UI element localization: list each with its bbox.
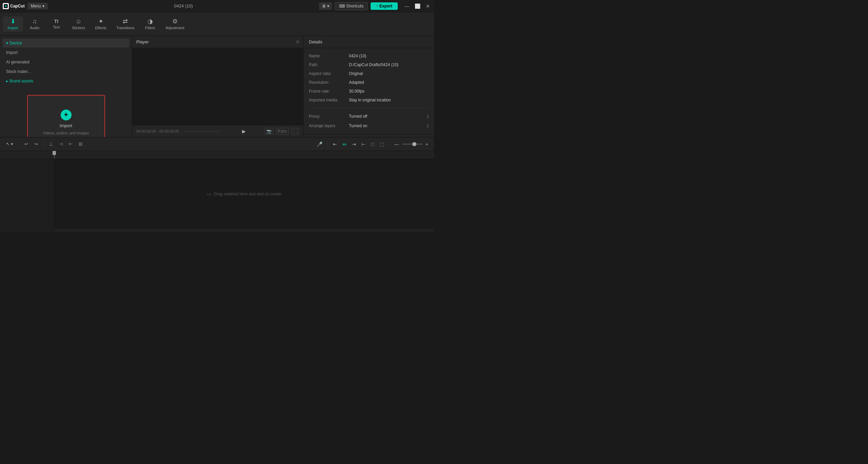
main-toolbar: ⬇ Import ♫ Audio TI Text ☺ Stickers ✦ Ef… (0, 12, 434, 36)
shortcuts-button[interactable]: ⌨ Shortcuts (335, 2, 368, 10)
window-controls: — ⬜ ✕ (403, 3, 431, 9)
player-right-icons: 📷 Ratio ⛶ (265, 128, 299, 135)
toolbar-item-filters[interactable]: ◑ Filters (140, 16, 160, 32)
tl-tool-3[interactable]: ⇥ (350, 140, 358, 148)
tl-tool-6[interactable]: ⬚ (378, 140, 386, 148)
tl-tool-2[interactable]: ⇔ (341, 140, 348, 148)
detail-label-arrange-layers: Arrange layers (309, 123, 346, 128)
minimize-button[interactable]: — (403, 3, 411, 9)
toolbar-item-stickers[interactable]: ☺ Stickers (68, 16, 89, 32)
split-icon: ⊥ (49, 141, 53, 147)
detail-row-resolution: Resolution: Adapted (309, 80, 429, 85)
tl-tool-5[interactable]: □ (369, 140, 375, 148)
media-content: + Import Videos, audios, and images (0, 88, 132, 137)
detail-label-name: Name: (309, 54, 346, 58)
timeline-toolbar: ↖ ▾ ↩ ↪ ⊥ ⊣ ⊢ ⊟ 🎤 ⇤ (0, 137, 434, 151)
delete-icon: ⊟ (79, 141, 82, 147)
close-button[interactable]: ✕ (425, 3, 431, 9)
player-title: Player (136, 39, 149, 44)
media-nav-ai-generated[interactable]: AI generated (3, 58, 129, 66)
toolbar-item-audio[interactable]: ♫ Audio (24, 16, 45, 32)
detail-value-proxy: Turned off (349, 114, 367, 119)
timeline-playhead-handle[interactable] (53, 151, 56, 155)
detail-value-imported-media: Stay in original location (349, 98, 391, 102)
toolbar-label-transitions: Transitions (116, 26, 134, 30)
text-icon: TI (54, 19, 58, 24)
media-nav-device[interactable]: ▾ Device (3, 39, 129, 47)
adjustment-icon: ⚙ (172, 18, 178, 24)
tl-icon-2: ⇔ (342, 141, 347, 147)
toolbar-item-adjustment[interactable]: ⚙ Adjustment (162, 16, 189, 32)
timeline-playhead[interactable] (54, 151, 55, 159)
tl-tool-4[interactable]: ⊢ (360, 140, 367, 148)
details-panel: Details Name: 0424 (10) Path: D:/CapCut … (303, 36, 434, 137)
audio-icon: ♫ (32, 18, 37, 24)
zoom-in-button[interactable]: + (424, 140, 430, 148)
trim-left-icon: ⊣ (59, 141, 63, 147)
export-button[interactable]: ↑ Export (371, 2, 398, 10)
trim-left-tool[interactable]: ⊣ (57, 140, 65, 148)
zoom-out-button[interactable]: — (393, 140, 401, 148)
screenshot-icon[interactable]: 📷 (265, 128, 273, 135)
title-bar: CapCut Menu ▾ 0424 (10) 🖥 ▾ ⌨ Shortcuts … (0, 0, 434, 12)
import-dropzone[interactable]: + Import Videos, audios, and images (27, 95, 105, 137)
player-progress-bar[interactable] (184, 131, 220, 132)
detail-label-path: Path: (309, 62, 346, 67)
detail-value-resolution: Adapted (349, 80, 364, 85)
trim-right-tool[interactable]: ⊢ (67, 140, 75, 148)
detail-row-aspect: Aspect ratio: Original (309, 71, 429, 76)
drag-hint-icon: ▭ (207, 191, 211, 197)
media-nav-brand-assets[interactable]: ▸ Brand assets (3, 77, 129, 85)
drag-hint: ▭ Drag material here and start to create (207, 191, 281, 197)
detail-value-arrange-layers: Turned on (349, 123, 367, 128)
undo-button[interactable]: ↩ (22, 140, 30, 148)
timeline-ruler[interactable] (54, 151, 434, 159)
fullscreen-icon[interactable]: ⛶ (292, 128, 299, 135)
zoom-handle[interactable] (412, 142, 416, 146)
toolbar-label-text: Text (53, 25, 60, 29)
toolbar-item-transitions[interactable]: ⇄ Transitions (112, 16, 138, 32)
split-tool[interactable]: ⊥ (47, 140, 55, 148)
undo-icon: ↩ (24, 141, 28, 147)
select-icon: ↖ (6, 141, 10, 147)
filters-icon: ◑ (147, 18, 153, 24)
toolbar-item-effects[interactable]: ✦ Effects (91, 16, 111, 32)
details-title: Details (309, 39, 322, 44)
toolbar-label-filters: Filters (145, 26, 155, 30)
delete-tool[interactable]: ⊟ (77, 140, 84, 148)
media-nav-import[interactable]: Import (3, 48, 129, 57)
tl-tool-1[interactable]: ⇤ (331, 140, 339, 148)
toolbar-label-stickers: Stickers (72, 26, 85, 30)
media-panel: ▾ Device Import AI generated Stock mater… (0, 36, 132, 137)
details-header: Details (303, 36, 434, 48)
title-bar-left: CapCut Menu ▾ (3, 3, 48, 9)
arrange-layers-info-icon[interactable]: ℹ (427, 123, 429, 129)
media-nav-stock-material[interactable]: Stock mater... (3, 67, 129, 76)
maximize-button[interactable]: ⬜ (413, 3, 422, 9)
media-nav: ▾ Device Import AI generated Stock mater… (0, 36, 132, 88)
select-tool[interactable]: ↖ ▾ (4, 140, 15, 148)
import-box-label: Import (60, 123, 72, 128)
detail-value-path: D:/CapCut Drafts/0424 (10) (349, 62, 398, 67)
ratio-label[interactable]: Ratio (276, 128, 289, 135)
player-menu-icon[interactable]: ≡ (296, 39, 299, 45)
toolbar-item-text[interactable]: TI Text (46, 17, 66, 31)
timeline-scrollbar[interactable] (54, 229, 434, 232)
detail-row-proxy: Proxy: Turned off ℹ (309, 114, 429, 119)
monitor-button[interactable]: 🖥 ▾ (319, 2, 332, 10)
toolbar-label-audio: Audio (30, 26, 39, 30)
timeline-tracks[interactable]: ▭ Drag material here and start to create (54, 159, 434, 229)
proxy-info-icon[interactable]: ℹ (427, 114, 429, 119)
tl-icon-1: ⇤ (333, 141, 337, 147)
play-button[interactable]: ▶ (242, 129, 246, 134)
menu-button[interactable]: Menu ▾ (27, 3, 48, 9)
zoom-slider[interactable] (402, 143, 422, 145)
toolbar-item-import[interactable]: ⬇ Import (3, 16, 23, 32)
player-area: Player ≡ 00:00:00:00 - 00:00:00:00 ▶ 📷 R… (132, 36, 303, 137)
trim-right-icon: ⊢ (69, 141, 73, 147)
redo-button[interactable]: ↪ (32, 140, 40, 148)
player-header: Player ≡ (132, 36, 303, 48)
timeline-track-labels (0, 159, 54, 165)
mic-button[interactable]: 🎤 (315, 140, 324, 148)
stickers-icon: ☺ (75, 18, 81, 24)
